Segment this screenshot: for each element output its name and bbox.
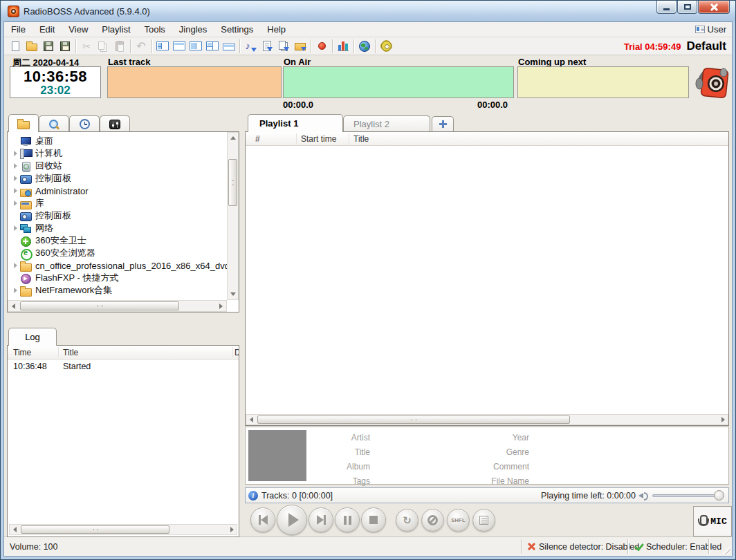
tree-item[interactable]: 控制面板 (8, 172, 227, 185)
add-track-button[interactable] (242, 38, 259, 54)
cut-button[interactable] (78, 38, 95, 54)
scroll-left-icon[interactable] (250, 417, 253, 422)
log-col-time[interactable]: Time (13, 348, 31, 357)
menu-file[interactable]: File (4, 22, 33, 37)
pause-button[interactable] (335, 507, 360, 532)
shuffle-button[interactable]: SHFL (447, 509, 470, 532)
menu-jingles[interactable]: Jingles (172, 22, 214, 37)
minimize-button[interactable] (656, 1, 677, 14)
layout-grid-button[interactable] (204, 38, 221, 54)
copy-button[interactable] (95, 38, 111, 54)
resize-grip[interactable] (721, 545, 730, 554)
paste-button[interactable] (111, 38, 128, 54)
scheduler-settings-button[interactable] (378, 38, 394, 54)
log-horizontal-scrollbar[interactable] (9, 524, 237, 535)
tree-horizontal-scrollbar[interactable] (8, 300, 227, 312)
previous-button[interactable] (250, 507, 275, 532)
mic-button[interactable]: MIC (693, 506, 732, 536)
tree-item[interactable]: 库 (8, 197, 227, 209)
log-col-clipped[interactable]: D (234, 348, 239, 357)
tree-item[interactable]: 控制面板 (8, 209, 227, 222)
add-playlist-button[interactable] (259, 38, 275, 54)
save-as-button[interactable] (57, 38, 73, 54)
tab-search[interactable] (39, 115, 69, 132)
tab-log[interactable]: Log (8, 328, 57, 346)
menu-edit[interactable]: Edit (33, 22, 62, 37)
expand-icon[interactable] (10, 200, 20, 206)
internet-stream-button[interactable] (356, 38, 373, 54)
layout-two-columns-button[interactable] (187, 38, 204, 54)
scroll-up-icon[interactable] (230, 136, 236, 140)
log-row[interactable]: 10:36:48 Started (8, 362, 239, 373)
tab-history[interactable] (69, 115, 100, 132)
scroll-right-icon[interactable] (721, 417, 725, 422)
tree-item[interactable]: cn_office_professional_plus_2016_x86_x64… (8, 259, 227, 272)
info-icon[interactable]: i (248, 491, 258, 501)
no-stop-button[interactable] (421, 509, 444, 532)
title-bar[interactable]: RadioBOSS Advanced (5.9.4.0) (1, 1, 735, 21)
expand-icon[interactable] (10, 163, 20, 169)
scroll-left-icon[interactable] (12, 304, 15, 309)
silence-detector-status[interactable]: Silence detector: Disabled (528, 537, 639, 556)
repeat-button[interactable]: ↻ (396, 509, 418, 532)
tree-item[interactable]: FlashFXP - 快捷方式 (8, 272, 227, 284)
layout-browser-button[interactable] (154, 38, 171, 54)
expand-icon[interactable] (10, 151, 20, 156)
play-button[interactable] (277, 505, 307, 535)
tab-playlist-2[interactable]: Playlist 2 (343, 115, 430, 132)
volume-slider-thumb[interactable] (714, 490, 724, 501)
playlist-col-number[interactable]: # (255, 134, 260, 144)
expand-icon[interactable] (10, 188, 20, 194)
menu-tools[interactable]: Tools (138, 22, 172, 37)
add-list-button[interactable] (275, 38, 292, 54)
layout-main-button[interactable] (171, 38, 187, 54)
playlist-col-title[interactable]: Title (353, 134, 369, 144)
close-button[interactable] (698, 1, 730, 14)
save-playlist-button[interactable] (40, 38, 57, 54)
tree-item[interactable]: 计算机 (8, 147, 227, 160)
user-menu[interactable]: User (695, 24, 726, 35)
menu-view[interactable]: View (62, 22, 95, 37)
log-hscroll-thumb[interactable] (21, 525, 169, 534)
layout-horizontal-button[interactable] (221, 38, 237, 54)
tree-vertical-scrollbar[interactable] (227, 132, 239, 300)
expand-icon[interactable] (10, 176, 20, 181)
playlist-horizontal-scrollbar[interactable] (246, 414, 728, 425)
expand-icon[interactable] (10, 225, 20, 231)
new-playlist-button[interactable] (7, 38, 24, 54)
expand-icon[interactable] (10, 288, 20, 293)
scroll-left-icon[interactable] (13, 527, 17, 532)
menu-playlist[interactable]: Playlist (95, 22, 137, 37)
tree-item[interactable]: 360安全卫士 (8, 234, 227, 247)
stop-button[interactable] (361, 507, 386, 532)
tree-item[interactable]: Administrator (8, 185, 227, 197)
tree-vscroll-thumb[interactable] (228, 159, 237, 206)
statistics-button[interactable] (335, 38, 351, 54)
tab-cartwall[interactable] (100, 115, 130, 132)
scroll-right-icon[interactable] (230, 527, 234, 532)
next-button[interactable] (309, 507, 333, 532)
volume-slider[interactable] (652, 490, 724, 501)
tab-playlist-1[interactable]: Playlist 1 (248, 114, 343, 132)
add-playlist-tab-button[interactable] (432, 116, 454, 131)
menu-help[interactable]: Help (260, 22, 293, 37)
record-button[interactable] (313, 38, 330, 54)
tree-item[interactable]: 网络 (8, 222, 227, 234)
playlist-col-start-time[interactable]: Start time (301, 134, 336, 144)
tab-file-browser[interactable] (8, 114, 39, 132)
undo-button[interactable] (133, 38, 149, 54)
maximize-button[interactable] (677, 1, 697, 14)
menu-settings[interactable]: Settings (214, 22, 260, 37)
add-folder-button[interactable] (292, 38, 309, 54)
open-playlist-button[interactable] (24, 38, 40, 54)
profile-name[interactable]: Default (686, 39, 726, 53)
log-col-title[interactable]: Title (63, 348, 78, 357)
playlist-grid[interactable]: # Start time Title (245, 131, 729, 426)
tree-hscroll-thumb[interactable] (20, 301, 179, 310)
queue-button[interactable] (472, 509, 495, 532)
expand-icon[interactable] (10, 263, 20, 268)
speaker-icon[interactable] (638, 491, 650, 501)
playlist-hscroll-thumb[interactable] (257, 416, 570, 424)
scroll-right-icon[interactable] (219, 304, 223, 309)
tree-item[interactable]: 桌面 (8, 135, 227, 147)
